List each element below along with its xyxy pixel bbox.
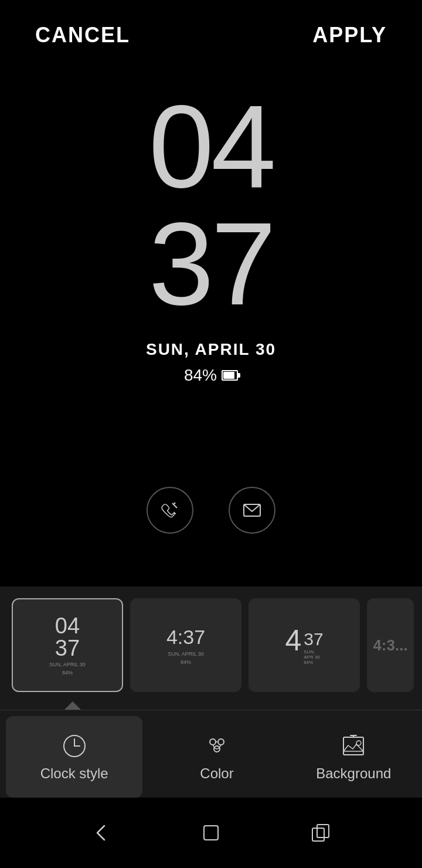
- svg-rect-16: [312, 828, 324, 841]
- tab-background[interactable]: Background: [285, 710, 422, 803]
- card3-mixed: 4 37 SUN, APR 30 84%: [285, 626, 323, 665]
- tab-bar: Clock style Color Background: [0, 710, 422, 803]
- back-button[interactable]: [90, 821, 113, 845]
- clock-minute: 37: [149, 205, 273, 323]
- message-notification: [229, 487, 275, 534]
- card2-sub: SUN, APRIL 30: [168, 651, 204, 657]
- svg-rect-17: [317, 825, 329, 838]
- clock-battery: 84%: [184, 366, 238, 385]
- apply-button[interactable]: APPLY: [312, 23, 387, 48]
- color-icon: [203, 733, 230, 760]
- card3-stack: 37 SUN, APR 30 84%: [304, 629, 323, 665]
- clock-display: 04 37 SUN, APRIL 30 84%: [0, 88, 422, 385]
- clock-style-carousel: 04 37 SUN, APRIL 30 84% 4:37 SUN, APRIL …: [0, 586, 422, 704]
- clock-card-2[interactable]: 4:37 SUN, APRIL 30 84%: [130, 598, 241, 692]
- clock-date: SUN, APRIL 30: [146, 340, 276, 359]
- recents-button[interactable]: [309, 821, 332, 845]
- card3-sub3: 84%: [304, 660, 323, 665]
- nav-bar: [0, 798, 422, 868]
- card3-hour: 4: [285, 626, 301, 655]
- top-bar: CANCEL APPLY: [0, 0, 422, 70]
- card1-time-bottom: 37: [55, 637, 80, 659]
- card2-time: 4:37: [166, 626, 205, 649]
- battery-percent: 84%: [184, 366, 217, 385]
- clock-style-icon: [61, 733, 88, 760]
- notification-area: [0, 487, 422, 534]
- home-button[interactable]: [199, 821, 223, 845]
- clock-card-4[interactable]: 4:3...: [367, 598, 414, 692]
- svg-rect-10: [343, 737, 363, 755]
- selection-arrow: [64, 701, 81, 710]
- phone-icon: [159, 500, 181, 521]
- battery-icon: [222, 370, 238, 381]
- tab-clock-style-label: Clock style: [40, 765, 108, 782]
- clock-card-1[interactable]: 04 37 SUN, APRIL 30 84%: [12, 598, 123, 692]
- svg-point-7: [218, 739, 224, 745]
- clock-card-3[interactable]: 4 37 SUN, APR 30 84%: [249, 598, 360, 692]
- cancel-button[interactable]: CANCEL: [35, 23, 130, 48]
- background-icon: [340, 733, 367, 760]
- tab-background-label: Background: [316, 765, 391, 782]
- card1-sub: SUN, APRIL 30: [49, 662, 86, 667]
- mail-icon: [241, 500, 263, 521]
- home-icon: [199, 821, 223, 845]
- card4-label: 4:3...: [373, 636, 407, 655]
- svg-point-12: [356, 741, 361, 745]
- back-icon: [90, 821, 113, 845]
- missed-call-notification: [147, 487, 193, 534]
- card3-sub2: APR 30: [304, 655, 323, 660]
- card1-sub2: 84%: [62, 670, 73, 676]
- svg-point-6: [210, 739, 216, 745]
- card3-sub: SUN,: [304, 649, 323, 655]
- recents-icon: [309, 821, 332, 845]
- card2-sub2: 84%: [181, 659, 191, 665]
- bottom-panel: 04 37 SUN, APRIL 30 84% 4:37 SUN, APRIL …: [0, 586, 422, 798]
- clock-hour: 04: [149, 88, 273, 205]
- card1-time-top: 04: [55, 615, 80, 637]
- tab-color-label: Color: [200, 765, 233, 782]
- tab-clock-style[interactable]: Clock style: [6, 716, 142, 798]
- tab-color[interactable]: Color: [148, 710, 285, 803]
- svg-rect-15: [204, 826, 218, 840]
- card3-minute: 37: [304, 629, 323, 649]
